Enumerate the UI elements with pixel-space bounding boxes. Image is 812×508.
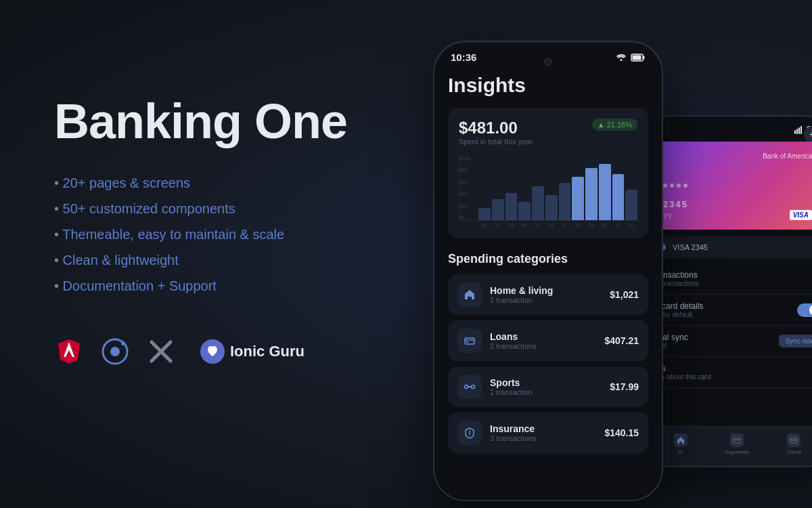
sync-now-button[interactable]: Sync now: [779, 335, 812, 347]
bar-wrap: [545, 156, 558, 220]
payments-icon: [730, 433, 744, 447]
sec-menu-transactions[interactable]: transactions all transactions ›: [644, 263, 812, 295]
sec-menu-info[interactable]: ails info about this card ›: [644, 357, 812, 388]
feature-text: 50+ customized components: [63, 201, 235, 216]
bar-highlight: [599, 164, 611, 220]
category-name: Home & living: [490, 285, 610, 296]
card-bank-name: Bank of America: [663, 152, 812, 160]
bar: [625, 190, 637, 220]
category-name: Loans: [490, 331, 604, 342]
svg-rect-11: [800, 126, 802, 134]
x-label: 07: [558, 223, 571, 228]
category-amount: $1,021: [610, 289, 639, 300]
x-labels: 01 02 03 04 05 06 07 08 09 10 11 12: [459, 221, 637, 228]
svg-point-19: [621, 59, 623, 61]
sec-menu-card-details[interactable]: w card details on by default: [644, 295, 812, 326]
card-dots: [663, 184, 687, 188]
bar-wrap: [625, 156, 637, 220]
svg-rect-21: [643, 56, 645, 59]
x-label: 11: [611, 223, 625, 228]
cards-icon: [787, 433, 800, 447]
x-label: 05: [531, 223, 545, 228]
bar: [532, 186, 544, 220]
svg-rect-15: [734, 438, 740, 443]
visa-card-item: VISA 2345: [652, 236, 812, 258]
chart-badge: ▲ 21.16%: [592, 119, 637, 131]
y-label: $100: [459, 156, 470, 161]
visa-card-number: VISA 2345: [673, 243, 708, 251]
feature-text: Themeable, easy to maintain & scale: [62, 227, 284, 242]
loans-category-icon: [457, 329, 482, 353]
chart-amount: $481.00: [459, 119, 533, 137]
svg-rect-23: [465, 338, 474, 344]
sec-bottom-nav: ts Payments Cards: [644, 426, 812, 466]
app-title: Banking One: [54, 95, 406, 148]
x-label: 02: [491, 223, 505, 228]
feature-item: • 20+ pages & screens: [54, 173, 406, 193]
bar: [478, 208, 491, 220]
feature-text: 20+ pages & screens: [63, 175, 190, 190]
x-label: 01: [478, 223, 491, 228]
x-label: 06: [544, 223, 558, 228]
category-item-insurance: Insurance 3 transactions $140.15: [448, 412, 648, 453]
category-transactions: 1 transaction: [490, 296, 610, 304]
credit-card: Bank of America 2345 YY VISA: [652, 142, 812, 230]
bar: [505, 193, 518, 220]
svg-rect-8: [794, 130, 796, 134]
bar-wrap: [572, 156, 584, 220]
category-info: Home & living 1 transaction: [490, 285, 610, 304]
category-transactions: 1 transaction: [490, 388, 610, 396]
nav-label: ts: [679, 449, 683, 455]
y-label: $40: [459, 192, 470, 196]
category-amount: $17.99: [610, 381, 639, 392]
bar-highlight: [572, 177, 584, 220]
feature-item: • 50+ customized components: [54, 198, 406, 219]
svg-rect-10: [798, 127, 800, 134]
x-label: 09: [584, 223, 597, 228]
sec-status-bar: ··: [644, 117, 812, 135]
phone-notch: [504, 51, 592, 72]
sec-nav-payments[interactable]: Payments: [725, 433, 750, 455]
tech-logos: Ionic Guru: [54, 337, 406, 366]
card-expiry: YY: [663, 213, 672, 220]
ionic-guru-text: Ionic Guru: [230, 343, 304, 360]
sec-nav-home[interactable]: ts: [674, 433, 687, 455]
x-label: 03: [504, 223, 518, 228]
ionic-guru-brand: Ionic Guru: [200, 339, 304, 364]
phones-container: ·· + Bank of America: [413, 41, 812, 501]
category-info: Loans 2 transactions: [490, 331, 604, 350]
nav-label: Payments: [725, 449, 750, 455]
svg-rect-22: [633, 55, 641, 60]
chart-container: $100 $80 $60 $40 $20 $0: [459, 156, 637, 228]
y-label: $0: [459, 215, 470, 220]
category-transactions: 2 transactions: [490, 342, 604, 350]
bar-wrap: [612, 156, 625, 220]
svg-point-5: [121, 341, 125, 345]
bar-wrap: [505, 156, 518, 220]
toggle-switch[interactable]: [797, 303, 812, 317]
bar: [492, 199, 504, 220]
bar-wrap: [478, 156, 491, 220]
capacitor-logo: [146, 337, 176, 366]
features-list: • 20+ pages & screens • 50+ customized c…: [54, 173, 406, 296]
card-number: 2345: [663, 199, 688, 209]
x-label: 08: [571, 223, 585, 228]
feature-item: • Themeable, easy to maintain & scale: [54, 224, 406, 245]
svg-rect-18: [790, 440, 797, 441]
sec-menu-sync[interactable]: nual sync card Sync now: [644, 326, 812, 357]
sec-nav-cards[interactable]: Cards: [787, 433, 801, 455]
chart-header: $481.00 Spent in total this year ▲ 21.16…: [459, 119, 637, 154]
y-label: $20: [459, 204, 470, 209]
chart-card: $481.00 Spent in total this year ▲ 21.16…: [448, 108, 648, 238]
category-info: Insurance 3 transactions: [490, 423, 604, 442]
camera-dot: [544, 58, 552, 66]
add-card-button[interactable]: +: [804, 126, 812, 142]
toggle-thumb: [809, 305, 812, 316]
x-label: 04: [518, 223, 531, 228]
feature-text: Clean & lightweight: [63, 253, 179, 268]
feature-text: Documentation + Support: [63, 278, 217, 293]
home-category-icon: [457, 282, 482, 307]
category-item-sports: Sports 1 transaction $17.99: [448, 366, 648, 407]
ionic-guru-icon: [200, 339, 225, 364]
y-label: $80: [459, 168, 470, 173]
